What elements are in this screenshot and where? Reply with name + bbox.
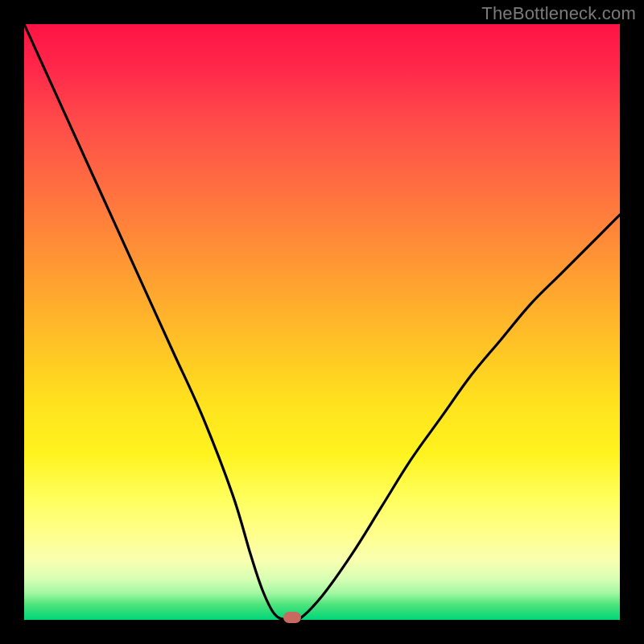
bottleneck-curve <box>24 24 620 620</box>
bottleneck-marker <box>283 612 301 623</box>
plot-area <box>24 24 620 620</box>
chart-frame: TheBottleneck.com <box>0 0 644 644</box>
attribution-label: TheBottleneck.com <box>481 3 636 24</box>
